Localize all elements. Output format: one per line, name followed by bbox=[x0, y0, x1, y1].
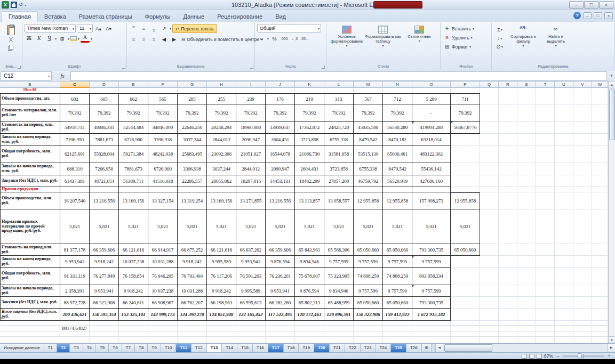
decrease-indent-icon[interactable]: ◀ bbox=[159, 35, 169, 44]
grid-cell[interactable] bbox=[451, 331, 480, 337]
grid-cell[interactable] bbox=[536, 297, 555, 309]
grid-cell[interactable] bbox=[536, 163, 555, 175]
row-label-cell[interactable]: Общая потребность, млн. руб. bbox=[0, 268, 60, 285]
qat-dropdown-icon[interactable]: ▾ bbox=[25, 3, 26, 7]
vertical-scroll-thumb[interactable] bbox=[609, 90, 615, 140]
grid-cell[interactable]: 2090,947 bbox=[236, 134, 266, 145]
grid-cell[interactable]: 66 595,613 bbox=[236, 297, 266, 309]
grid-cell[interactable] bbox=[178, 88, 207, 93]
grid-cell[interactable] bbox=[517, 145, 536, 163]
grid-cell[interactable] bbox=[536, 93, 555, 104]
grid-cell[interactable]: 79,392 bbox=[383, 104, 412, 122]
grid-cell[interactable] bbox=[266, 337, 295, 343]
grid-cell[interactable] bbox=[573, 187, 592, 192]
grid-cell[interactable] bbox=[148, 331, 178, 337]
grid-cell[interactable]: 9 757,599 bbox=[354, 285, 383, 297]
grid-cell[interactable] bbox=[354, 331, 383, 337]
grid-cell[interactable]: 5,021 bbox=[178, 209, 207, 244]
grid-cell[interactable]: 13 113,857 bbox=[295, 192, 324, 209]
grid-cell[interactable]: 9 757,599 bbox=[383, 256, 412, 268]
grid-cell[interactable] bbox=[480, 104, 499, 122]
grid-cell[interactable] bbox=[119, 321, 148, 326]
grid-cell[interactable]: 2844,012 bbox=[207, 134, 236, 145]
wrap-text-button[interactable]: ↵ Перенос текста bbox=[172, 24, 217, 33]
grid-cell[interactable]: 66 282,260 bbox=[266, 297, 295, 309]
grid-cell[interactable] bbox=[517, 104, 536, 122]
grid-cell[interactable] bbox=[207, 331, 236, 337]
grid-cell[interactable] bbox=[555, 285, 573, 297]
grid-cell[interactable]: 46759,792 bbox=[354, 175, 383, 187]
grid-cell[interactable]: 5,021 bbox=[148, 209, 178, 244]
grid-cell[interactable] bbox=[573, 256, 592, 268]
row-label-cell[interactable]: Запасы на конец периода, млн. руб. bbox=[0, 134, 60, 145]
grid-cell[interactable] bbox=[536, 104, 555, 122]
row-label-cell[interactable]: Запасы на начало периода, млн. руб. bbox=[0, 163, 60, 175]
grid-cell[interactable]: 66 637,262 bbox=[236, 244, 266, 256]
grid-cell[interactable] bbox=[480, 163, 499, 175]
sheet-tab-Т24[interactable]: Т24 bbox=[376, 344, 391, 352]
ribbon-tab-Рецензирование[interactable]: Рецензирование bbox=[211, 12, 269, 22]
grid-cell[interactable] bbox=[592, 187, 608, 192]
grid-cell[interactable] bbox=[480, 326, 499, 331]
grid-cell[interactable]: 5 289 bbox=[412, 93, 451, 104]
ribbon-tab-Разметка страницы[interactable]: Разметка страницы bbox=[73, 12, 139, 22]
grid-cell[interactable]: 5,021 bbox=[383, 209, 412, 244]
row-label-cell[interactable]: Всего закупки (без НДС),млн. руб. bbox=[0, 309, 60, 321]
horizontal-scrollbar[interactable]: ◀ ▶ bbox=[435, 344, 615, 352]
grid-cell[interactable]: 9 995,589 bbox=[207, 256, 236, 268]
scroll-left-icon[interactable]: ◀ bbox=[435, 344, 443, 352]
sheet-tab-Т3[interactable]: Т3 bbox=[70, 344, 83, 352]
delete-cells-button[interactable]: × Удалить ▾ bbox=[443, 33, 489, 42]
grid-cell[interactable] bbox=[517, 209, 536, 244]
column-header-L[interactable]: L bbox=[324, 82, 354, 88]
font-size-combo[interactable]: 11 ▾ bbox=[77, 24, 93, 33]
grid-cell[interactable] bbox=[555, 209, 573, 244]
grid-cell[interactable]: 5,021 bbox=[266, 209, 295, 244]
grid-cell[interactable]: 13 319,254 bbox=[178, 192, 207, 209]
grid-cell[interactable] bbox=[555, 187, 573, 192]
grid-cell[interactable]: 79,392 bbox=[207, 104, 236, 122]
grid-cell[interactable] bbox=[148, 321, 178, 326]
grid-cell[interactable]: 61437,381 bbox=[60, 175, 90, 187]
row-label-cell[interactable]: Объем производства, шт. bbox=[0, 93, 60, 104]
grid-cell[interactable]: 7881,673 bbox=[119, 163, 148, 175]
font-color-icon[interactable]: А bbox=[81, 34, 90, 43]
grid-cell[interactable] bbox=[451, 268, 480, 285]
orientation-icon[interactable]: ↗ bbox=[159, 25, 169, 33]
grid-cell[interactable]: 91 331,119 bbox=[60, 268, 90, 285]
grid-cell[interactable]: 65 802,313 bbox=[295, 297, 324, 309]
grid-cell[interactable]: 5,021 bbox=[354, 209, 383, 244]
grid-cell[interactable] bbox=[517, 175, 536, 187]
grid-cell[interactable] bbox=[592, 297, 608, 309]
grid-cell[interactable]: 5,021 bbox=[119, 209, 148, 244]
number-format-combo[interactable]: Общий ▾ bbox=[257, 24, 321, 33]
grid-cell[interactable]: 5,021 bbox=[412, 209, 451, 244]
row-label-cell[interactable]: Стоимость на период, млн. руб. bbox=[0, 122, 60, 134]
grid-cell[interactable] bbox=[480, 209, 499, 244]
grid-cell[interactable]: 65 050,660 bbox=[383, 297, 412, 309]
grid-cell[interactable] bbox=[555, 104, 573, 122]
grid-cell[interactable]: 65 566,306 bbox=[324, 244, 354, 256]
grid-cell[interactable] bbox=[517, 244, 536, 256]
sheet-tab-Т5[interactable]: Т5 bbox=[96, 344, 109, 352]
sheet-tab-Т2[interactable]: Т2 bbox=[57, 344, 70, 352]
grid-cell[interactable]: 9 953,941 bbox=[266, 285, 295, 297]
horizontal-scroll-track[interactable] bbox=[443, 344, 607, 352]
grid-cell[interactable]: 7206,950 bbox=[60, 134, 90, 145]
sort-filter-button[interactable]: АЯ↓ Сортировка и фильтр ▾ bbox=[507, 24, 540, 63]
grid-cell[interactable]: 8470,182 bbox=[383, 134, 412, 145]
grid-cell[interactable] bbox=[573, 145, 592, 163]
grid-cell[interactable] bbox=[412, 326, 451, 331]
sheet-tab-Т9[interactable]: Т9 bbox=[148, 344, 161, 352]
font-color-dropdown-icon[interactable]: ▾ bbox=[91, 37, 92, 41]
grid-cell[interactable]: 18960,080 bbox=[236, 122, 266, 134]
format-cells-button[interactable]: ⊞ Формат ▾ bbox=[443, 42, 489, 51]
grid-cell[interactable] bbox=[517, 93, 536, 104]
align-center-icon[interactable]: ≡ bbox=[139, 35, 148, 44]
grid-cell[interactable]: 313 bbox=[324, 93, 354, 104]
grid-cell[interactable] bbox=[295, 321, 324, 326]
grid-cell[interactable] bbox=[499, 187, 517, 192]
grid-cell[interactable]: 76 236,201 bbox=[266, 268, 295, 285]
sheet-tab-Т25[interactable]: Т25 bbox=[391, 344, 406, 352]
grid-cell[interactable] bbox=[555, 175, 573, 187]
